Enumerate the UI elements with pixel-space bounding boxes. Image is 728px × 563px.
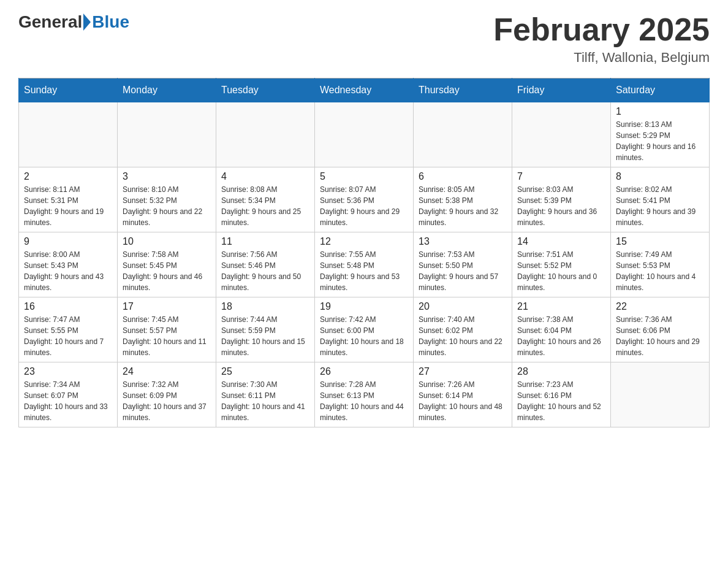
day-number: 28 <box>517 366 605 377</box>
day-number: 8 <box>616 171 704 182</box>
day-cell: 7Sunrise: 8:03 AMSunset: 5:39 PMDaylight… <box>512 167 611 232</box>
day-cell <box>216 102 315 167</box>
day-number: 25 <box>221 366 309 377</box>
day-number: 14 <box>517 236 605 247</box>
days-header-row: SundayMondayTuesdayWednesdayThursdayFrid… <box>19 79 710 102</box>
day-info: Sunrise: 7:56 AMSunset: 5:46 PMDaylight:… <box>221 249 309 293</box>
day-info: Sunrise: 7:44 AMSunset: 5:59 PMDaylight:… <box>221 314 309 358</box>
day-cell: 11Sunrise: 7:56 AMSunset: 5:46 PMDayligh… <box>216 232 315 297</box>
week-row-2: 2Sunrise: 8:11 AMSunset: 5:31 PMDaylight… <box>19 167 710 232</box>
day-cell: 28Sunrise: 7:23 AMSunset: 6:16 PMDayligh… <box>512 362 611 427</box>
day-info: Sunrise: 7:42 AMSunset: 6:00 PMDaylight:… <box>320 314 408 358</box>
logo-blue-text: Blue <box>92 12 129 32</box>
day-info: Sunrise: 8:11 AMSunset: 5:31 PMDaylight:… <box>24 184 112 228</box>
day-number: 24 <box>123 366 211 377</box>
day-cell: 2Sunrise: 8:11 AMSunset: 5:31 PMDaylight… <box>19 167 118 232</box>
day-cell: 22Sunrise: 7:36 AMSunset: 6:06 PMDayligh… <box>611 297 710 362</box>
day-info: Sunrise: 7:38 AMSunset: 6:04 PMDaylight:… <box>517 314 605 358</box>
day-number: 19 <box>320 301 408 312</box>
day-number: 11 <box>221 236 309 247</box>
col-header-wednesday: Wednesday <box>315 79 414 102</box>
day-number: 18 <box>221 301 309 312</box>
day-cell: 4Sunrise: 8:08 AMSunset: 5:34 PMDaylight… <box>216 167 315 232</box>
col-header-thursday: Thursday <box>414 79 512 102</box>
day-cell <box>611 362 710 427</box>
day-cell <box>414 102 512 167</box>
day-number: 27 <box>419 366 507 377</box>
title-section: February 2025 Tilff, Wallonia, Belgium <box>493 12 710 66</box>
day-cell: 13Sunrise: 7:53 AMSunset: 5:50 PMDayligh… <box>414 232 512 297</box>
day-cell: 12Sunrise: 7:55 AMSunset: 5:48 PMDayligh… <box>315 232 414 297</box>
day-info: Sunrise: 8:08 AMSunset: 5:34 PMDaylight:… <box>221 184 309 228</box>
day-cell: 20Sunrise: 7:40 AMSunset: 6:02 PMDayligh… <box>414 297 512 362</box>
day-cell: 16Sunrise: 7:47 AMSunset: 5:55 PMDayligh… <box>19 297 118 362</box>
day-number: 15 <box>616 236 704 247</box>
day-number: 20 <box>419 301 507 312</box>
day-info: Sunrise: 7:26 AMSunset: 6:14 PMDaylight:… <box>419 379 507 423</box>
day-info: Sunrise: 7:34 AMSunset: 6:07 PMDaylight:… <box>24 379 112 423</box>
day-number: 12 <box>320 236 408 247</box>
day-number: 26 <box>320 366 408 377</box>
col-header-friday: Friday <box>512 79 611 102</box>
day-info: Sunrise: 8:10 AMSunset: 5:32 PMDaylight:… <box>123 184 211 228</box>
day-cell: 18Sunrise: 7:44 AMSunset: 5:59 PMDayligh… <box>216 297 315 362</box>
location-text: Tilff, Wallonia, Belgium <box>493 50 710 66</box>
day-number: 2 <box>24 171 112 182</box>
day-info: Sunrise: 8:07 AMSunset: 5:36 PMDaylight:… <box>320 184 408 228</box>
day-info: Sunrise: 7:32 AMSunset: 6:09 PMDaylight:… <box>123 379 211 423</box>
day-cell: 10Sunrise: 7:58 AMSunset: 5:45 PMDayligh… <box>118 232 216 297</box>
day-info: Sunrise: 7:28 AMSunset: 6:13 PMDaylight:… <box>320 379 408 423</box>
day-number: 22 <box>616 301 704 312</box>
day-number: 5 <box>320 171 408 182</box>
day-number: 9 <box>24 236 112 247</box>
day-info: Sunrise: 8:00 AMSunset: 5:43 PMDaylight:… <box>24 249 112 293</box>
week-row-3: 9Sunrise: 8:00 AMSunset: 5:43 PMDaylight… <box>19 232 710 297</box>
day-info: Sunrise: 7:51 AMSunset: 5:52 PMDaylight:… <box>517 249 605 293</box>
day-cell: 15Sunrise: 7:49 AMSunset: 5:53 PMDayligh… <box>611 232 710 297</box>
col-header-monday: Monday <box>118 79 216 102</box>
day-info: Sunrise: 7:23 AMSunset: 6:16 PMDaylight:… <box>517 379 605 423</box>
day-number: 16 <box>24 301 112 312</box>
day-info: Sunrise: 7:49 AMSunset: 5:53 PMDaylight:… <box>616 249 704 293</box>
day-number: 17 <box>123 301 211 312</box>
day-info: Sunrise: 8:13 AMSunset: 5:29 PMDaylight:… <box>616 119 704 163</box>
day-cell: 27Sunrise: 7:26 AMSunset: 6:14 PMDayligh… <box>414 362 512 427</box>
day-cell: 14Sunrise: 7:51 AMSunset: 5:52 PMDayligh… <box>512 232 611 297</box>
col-header-tuesday: Tuesday <box>216 79 315 102</box>
day-info: Sunrise: 7:55 AMSunset: 5:48 PMDaylight:… <box>320 249 408 293</box>
day-info: Sunrise: 7:40 AMSunset: 6:02 PMDaylight:… <box>419 314 507 358</box>
day-cell: 1Sunrise: 8:13 AMSunset: 5:29 PMDaylight… <box>611 102 710 167</box>
day-info: Sunrise: 8:02 AMSunset: 5:41 PMDaylight:… <box>616 184 704 228</box>
day-number: 21 <box>517 301 605 312</box>
day-cell <box>19 102 118 167</box>
day-info: Sunrise: 8:03 AMSunset: 5:39 PMDaylight:… <box>517 184 605 228</box>
day-number: 23 <box>24 366 112 377</box>
day-info: Sunrise: 7:45 AMSunset: 5:57 PMDaylight:… <box>123 314 211 358</box>
col-header-sunday: Sunday <box>19 79 118 102</box>
day-cell: 23Sunrise: 7:34 AMSunset: 6:07 PMDayligh… <box>19 362 118 427</box>
day-cell: 8Sunrise: 8:02 AMSunset: 5:41 PMDaylight… <box>611 167 710 232</box>
day-cell: 19Sunrise: 7:42 AMSunset: 6:00 PMDayligh… <box>315 297 414 362</box>
day-number: 10 <box>123 236 211 247</box>
week-row-5: 23Sunrise: 7:34 AMSunset: 6:07 PMDayligh… <box>19 362 710 427</box>
week-row-4: 16Sunrise: 7:47 AMSunset: 5:55 PMDayligh… <box>19 297 710 362</box>
day-number: 6 <box>419 171 507 182</box>
day-info: Sunrise: 7:47 AMSunset: 5:55 PMDaylight:… <box>24 314 112 358</box>
logo-general-text: General <box>18 12 82 32</box>
day-info: Sunrise: 7:36 AMSunset: 6:06 PMDaylight:… <box>616 314 704 358</box>
day-cell <box>512 102 611 167</box>
day-cell <box>118 102 216 167</box>
calendar-table: SundayMondayTuesdayWednesdayThursdayFrid… <box>18 78 710 427</box>
day-cell: 24Sunrise: 7:32 AMSunset: 6:09 PMDayligh… <box>118 362 216 427</box>
day-number: 3 <box>123 171 211 182</box>
col-header-saturday: Saturday <box>611 79 710 102</box>
logo: General Blue <box>18 12 129 32</box>
day-info: Sunrise: 7:53 AMSunset: 5:50 PMDaylight:… <box>419 249 507 293</box>
day-cell: 17Sunrise: 7:45 AMSunset: 5:57 PMDayligh… <box>118 297 216 362</box>
day-cell: 25Sunrise: 7:30 AMSunset: 6:11 PMDayligh… <box>216 362 315 427</box>
day-cell: 5Sunrise: 8:07 AMSunset: 5:36 PMDaylight… <box>315 167 414 232</box>
day-cell: 9Sunrise: 8:00 AMSunset: 5:43 PMDaylight… <box>19 232 118 297</box>
day-number: 13 <box>419 236 507 247</box>
page-header: General Blue February 2025 Tilff, Wallon… <box>18 12 710 66</box>
day-number: 7 <box>517 171 605 182</box>
